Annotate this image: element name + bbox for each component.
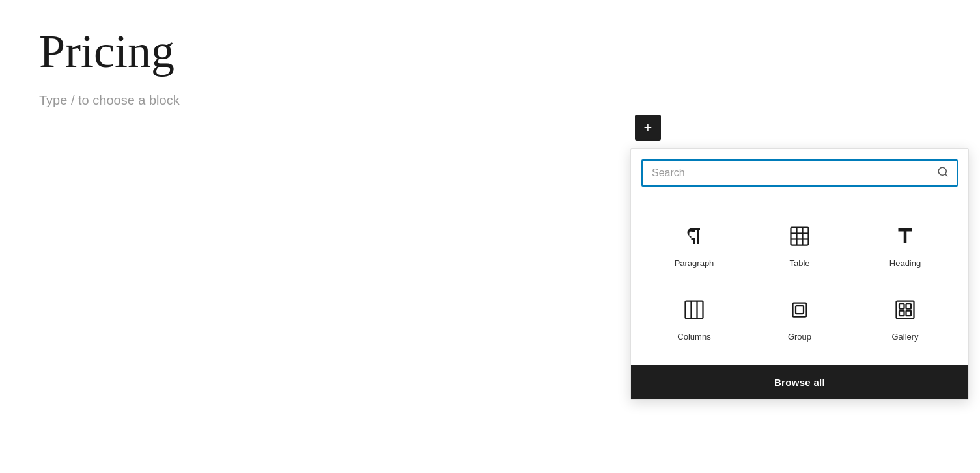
table-icon <box>784 221 815 252</box>
svg-rect-14 <box>906 304 912 309</box>
svg-rect-16 <box>906 311 912 316</box>
search-input[interactable] <box>643 161 957 185</box>
block-item-gallery[interactable]: Gallery <box>852 281 958 355</box>
heading-label: Heading <box>889 258 921 268</box>
svg-rect-7 <box>686 301 703 319</box>
gallery-label: Gallery <box>891 332 918 342</box>
svg-rect-13 <box>899 304 904 309</box>
block-item-heading[interactable]: Heading <box>852 208 958 281</box>
block-placeholder-hint: Type / to choose a block <box>39 93 941 108</box>
search-input-wrapper <box>641 159 958 187</box>
block-item-table[interactable]: Table <box>747 208 852 281</box>
paragraph-icon <box>679 221 710 252</box>
block-item-paragraph[interactable]: Paragraph <box>641 208 747 281</box>
search-container <box>631 149 968 195</box>
heading-icon <box>889 221 921 252</box>
page-title: Pricing <box>39 26 941 77</box>
block-picker: Paragraph Table Heading <box>630 148 969 400</box>
columns-icon <box>679 294 710 325</box>
svg-rect-15 <box>899 311 904 316</box>
columns-label: Columns <box>677 332 710 342</box>
paragraph-label: Paragraph <box>675 258 714 268</box>
svg-rect-2 <box>791 228 809 245</box>
table-label: Table <box>789 258 809 268</box>
page-content: Pricing Type / to choose a block <box>0 0 980 134</box>
block-item-columns[interactable]: Columns <box>641 281 747 355</box>
group-icon <box>784 294 815 325</box>
browse-all-button[interactable]: Browse all <box>631 365 968 399</box>
svg-rect-11 <box>796 306 804 314</box>
gallery-icon <box>889 294 921 325</box>
group-label: Group <box>788 332 811 342</box>
block-item-group[interactable]: Group <box>747 281 852 355</box>
blocks-grid: Paragraph Table Heading <box>631 195 968 365</box>
svg-rect-10 <box>793 303 807 317</box>
add-block-button[interactable]: + <box>635 115 661 141</box>
add-button-container: + <box>635 115 661 141</box>
